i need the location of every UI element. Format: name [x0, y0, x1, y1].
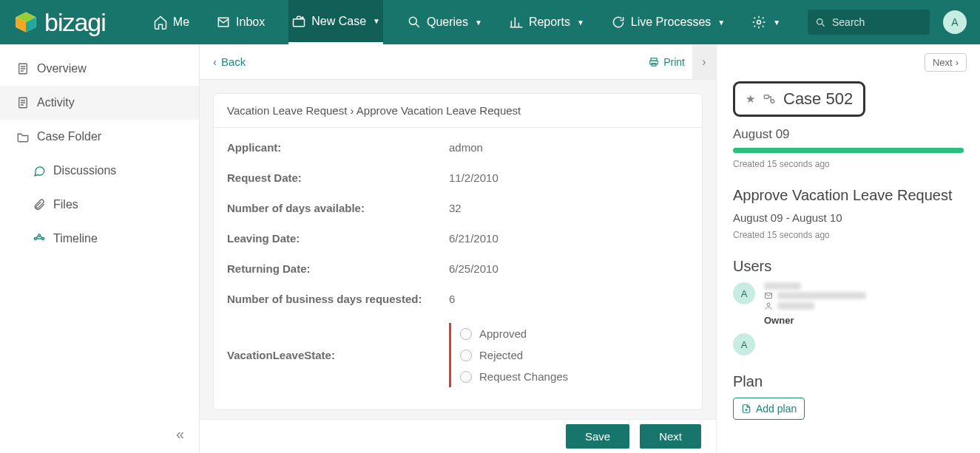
chevron-right-icon: ›	[956, 57, 959, 68]
main-content: ‹ Back Print › Vacation Leave Request › …	[200, 44, 717, 453]
chevron-down-icon: ▼	[773, 18, 780, 27]
plan-heading: Plan	[733, 373, 964, 390]
chevron-down-icon: ▼	[373, 17, 380, 25]
task-title: Approve Vacation Leave Request	[733, 187, 964, 204]
user-name-redacted	[764, 282, 801, 290]
radio-icon	[460, 350, 472, 361]
nav-label: New Case	[311, 15, 366, 28]
content-header: ‹ Back Print ›	[200, 44, 716, 80]
field-days-available: Number of days available: 32	[227, 193, 689, 223]
sidebar-label: Timeline	[53, 232, 98, 245]
add-plan-button[interactable]: Add plan	[733, 398, 805, 420]
radio-rejected[interactable]: Rejected	[460, 344, 568, 366]
nav-queries[interactable]: Queries ▼	[404, 0, 485, 44]
nav-label: Queries	[427, 16, 468, 29]
sidebar-activity[interactable]: Activity	[0, 86, 199, 120]
case-date: August 09	[733, 127, 964, 142]
svg-point-10	[34, 238, 36, 240]
process-icon	[763, 92, 776, 106]
radio-request-changes[interactable]: Request Changes	[460, 366, 568, 387]
sidebar-label: Case Folder	[37, 130, 101, 143]
top-nav: bizagi Me Inbox New Case ▼ Queries ▼ Rep…	[0, 0, 980, 44]
home-icon	[153, 15, 168, 30]
field-business-days: Number of business days requested: 6	[227, 284, 689, 314]
chevron-down-icon: ▼	[577, 18, 584, 27]
svg-point-5	[409, 17, 416, 24]
radio-approved[interactable]: Approved	[460, 323, 568, 344]
search-icon	[815, 17, 826, 28]
refresh-icon	[611, 15, 626, 30]
user-avatar[interactable]: A	[733, 333, 755, 355]
panel-next-button[interactable]: Next ›	[925, 53, 967, 72]
bizagi-cube-icon	[13, 10, 38, 35]
doc-icon	[16, 62, 30, 75]
nav-settings[interactable]: ▼	[748, 0, 783, 44]
file-plus-icon	[741, 403, 751, 414]
timeline-icon	[33, 232, 46, 245]
sidebar-discussions[interactable]: Discussions	[0, 154, 199, 188]
printer-icon	[649, 57, 659, 67]
chevron-down-icon: ▼	[717, 18, 725, 27]
chart-icon	[509, 15, 524, 30]
svg-point-7	[817, 18, 823, 24]
search-input[interactable]: Search	[808, 10, 930, 35]
field-request-date: Request Date: 11/2/2010	[227, 163, 689, 193]
sidebar-files[interactable]: Files	[0, 188, 199, 222]
doc-icon	[16, 96, 30, 109]
briefcase-plus-icon	[291, 14, 306, 29]
user-row-2: A	[733, 333, 964, 355]
back-button[interactable]: ‹ Back	[213, 55, 246, 68]
svg-point-12	[42, 238, 44, 240]
task-created-meta: Created 15 seconds ago	[733, 230, 964, 240]
svg-point-19	[767, 303, 770, 306]
next-button[interactable]: Next	[640, 424, 701, 449]
nav-new-case[interactable]: New Case ▼	[288, 0, 383, 44]
chat-icon	[33, 164, 46, 177]
user-row-owner: A Owner	[733, 282, 964, 326]
svg-rect-4	[294, 18, 305, 26]
person-icon	[764, 302, 773, 310]
collapse-sidebar-button[interactable]: «	[176, 426, 184, 443]
chevron-down-icon: ▼	[475, 18, 482, 27]
brand-text: bizagi	[44, 8, 106, 37]
search-icon	[407, 15, 422, 30]
sidebar-overview[interactable]: Overview	[0, 52, 199, 86]
nav-inbox[interactable]: Inbox	[213, 0, 268, 44]
case-header-box: ★ Case 502	[733, 81, 865, 117]
nav-live-processes[interactable]: Live Processes ▼	[608, 0, 728, 44]
save-button[interactable]: Save	[566, 424, 629, 449]
nav-label: Live Processes	[631, 16, 712, 29]
task-date-range: August 09 - August 10	[733, 211, 964, 224]
nav-reports[interactable]: Reports ▼	[506, 0, 587, 44]
left-sidebar: Overview Activity Case Folder Discussion…	[0, 44, 200, 453]
nav-label: Me	[173, 16, 189, 29]
paperclip-icon	[33, 198, 46, 211]
slide-next-button[interactable]: ›	[692, 44, 716, 80]
sidebar-case-folder[interactable]: Case Folder	[0, 120, 199, 154]
print-button[interactable]: Print	[649, 56, 685, 68]
form-body: Applicant: admon Request Date: 11/2/2010…	[214, 128, 702, 409]
nav-label: Inbox	[236, 16, 265, 29]
form-footer: Save Next	[200, 419, 716, 453]
gear-icon	[751, 15, 766, 30]
mail-icon	[764, 291, 773, 300]
nav-items: Me Inbox New Case ▼ Queries ▼ Reports ▼ …	[150, 0, 808, 44]
nav-me[interactable]: Me	[150, 0, 192, 44]
inbox-icon	[216, 15, 231, 30]
form-card: Vacation Leave Request › Approve Vacatio…	[213, 93, 703, 410]
user-email-redacted	[777, 292, 866, 299]
right-panel: Next › ★ Case 502 August 09 Created 15 s…	[717, 44, 980, 453]
svg-point-17	[771, 100, 774, 103]
user-avatar[interactable]: A	[733, 282, 755, 304]
sidebar-label: Discussions	[53, 164, 116, 177]
search-placeholder: Search	[832, 16, 865, 28]
user-avatar[interactable]: A	[943, 10, 967, 34]
field-returning-date: Returning Date: 6/25/2010	[227, 253, 689, 284]
sidebar-timeline[interactable]: Timeline	[0, 222, 199, 256]
field-leaving-date: Leaving Date: 6/21/2010	[227, 223, 689, 253]
users-heading: Users	[733, 258, 964, 275]
sidebar-label: Activity	[37, 96, 75, 109]
chevron-left-icon: ‹	[213, 55, 217, 68]
chevron-right-icon: ›	[702, 55, 706, 69]
star-icon[interactable]: ★	[746, 92, 755, 106]
